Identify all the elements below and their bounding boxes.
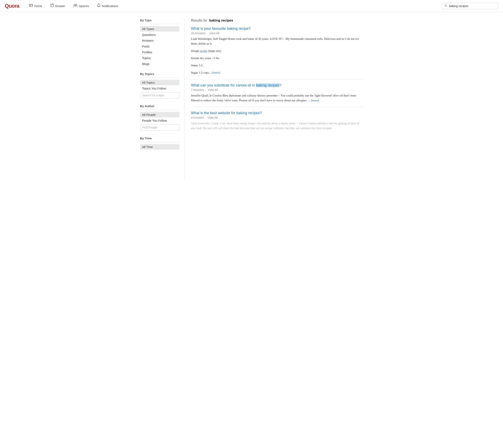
divider-2 bbox=[191, 107, 363, 107]
svg-point-5 bbox=[74, 4, 75, 6]
result-1-meta: 19 Answers · View All bbox=[191, 32, 363, 35]
result-1-more[interactable]: (more) bbox=[212, 71, 220, 74]
by-author-section: By Author All People People You Follow bbox=[140, 104, 180, 131]
recipe-link[interactable]: recipe bbox=[200, 49, 207, 52]
bell-icon bbox=[97, 3, 101, 8]
svg-point-8 bbox=[445, 4, 447, 6]
navbar: Quora Home Answer bbox=[0, 0, 503, 12]
result-2-answers: 7 Answers bbox=[191, 88, 204, 92]
sidebar-item-profiles[interactable]: Profiles bbox=[140, 49, 180, 55]
svg-line-9 bbox=[446, 6, 447, 7]
result-1-para-4: Water 5 C. bbox=[191, 63, 363, 68]
svg-rect-0 bbox=[29, 4, 33, 7]
main-content: Results for baking recipes What is your … bbox=[184, 18, 363, 179]
search-bar[interactable] bbox=[442, 3, 498, 9]
sidebar-item-answers[interactable]: Answers bbox=[140, 38, 180, 43]
result-1-body: Leah Weinberger, Self Taught Home cook a… bbox=[191, 36, 363, 75]
nav-home-label: Home bbox=[34, 4, 42, 8]
sidebar-item-questions[interactable]: Questions bbox=[140, 32, 180, 37]
result-2-more[interactable]: (more) bbox=[311, 99, 319, 102]
result-item-2: What can you substitute for canola oil i… bbox=[191, 83, 363, 103]
sidebar-item-all-time[interactable]: All Time bbox=[140, 144, 180, 150]
search-input[interactable] bbox=[449, 4, 496, 8]
home-icon bbox=[29, 4, 33, 8]
sidebar-item-posts[interactable]: Posts bbox=[140, 44, 180, 49]
sidebar-item-all-types[interactable]: All Types bbox=[140, 26, 180, 32]
by-topics-section: By Topics All Topics Topics You Follow bbox=[140, 72, 180, 99]
nav-spaces[interactable]: Spaces bbox=[72, 3, 91, 9]
by-type-section: By Type All Types Questions Answers Post… bbox=[140, 18, 180, 66]
sidebar-item-topics-you-follow[interactable]: Topics You Follow bbox=[140, 86, 180, 91]
by-topics-title: By Topics bbox=[140, 72, 180, 76]
result-2-meta: 7 Answers · View All bbox=[191, 88, 363, 92]
search-icon bbox=[444, 4, 447, 8]
sidebar: By Type All Types Questions Answers Post… bbox=[140, 18, 184, 179]
topic-search-input[interactable] bbox=[140, 92, 180, 98]
people-search-input[interactable] bbox=[140, 125, 180, 130]
result-3-meta: 3 Answers · View All bbox=[191, 116, 363, 119]
sidebar-item-blogs[interactable]: Blogs bbox=[140, 61, 180, 66]
result-1-title[interactable]: What is your favourite baking recipe? bbox=[191, 27, 251, 31]
result-1-answers: 19 Answers bbox=[191, 32, 205, 35]
sidebar-item-people-you-follow[interactable]: People You Follow bbox=[140, 118, 180, 123]
nav-notifications[interactable]: Notifications bbox=[95, 3, 120, 9]
by-author-title: By Author bbox=[140, 104, 180, 108]
sidebar-item-all-topics[interactable]: All Topics bbox=[140, 80, 180, 85]
results-label: Results for bbox=[191, 18, 207, 22]
result-1-para-5: Sugar 1.5 cups... (more) bbox=[191, 70, 363, 75]
result-3-title[interactable]: What is the best website for baking reci… bbox=[191, 111, 262, 115]
result-item-3: What is the best website for baking reci… bbox=[191, 111, 363, 130]
result-1-para-1: Leah Weinberger, Self Taught Home cook a… bbox=[191, 36, 363, 46]
result-2-title[interactable]: What can you substitute for canola oil i… bbox=[191, 83, 281, 87]
by-type-divider bbox=[140, 24, 180, 24]
by-type-title: By Type bbox=[140, 18, 180, 22]
nav-answer[interactable]: Answer bbox=[49, 3, 67, 9]
result-3-body: Tuck Emswiler, I cook, I eat, have been … bbox=[191, 121, 363, 130]
result-2-view-all[interactable]: View All bbox=[208, 88, 218, 92]
nav-spaces-label: Spaces bbox=[79, 4, 89, 8]
nav-notifications-label: Notifications bbox=[102, 4, 118, 8]
result-3-view-all[interactable]: View All bbox=[208, 116, 218, 119]
page-layout: By Type All Types Questions Answers Post… bbox=[137, 12, 366, 179]
svg-point-6 bbox=[75, 4, 77, 6]
by-time-title: By Time bbox=[140, 137, 180, 140]
result-2-body: Jennifer Quail, le Cordon Bleu diplomate… bbox=[191, 93, 363, 103]
by-author-divider bbox=[140, 110, 180, 110]
result-1-view-all[interactable]: View All bbox=[209, 32, 219, 35]
by-time-section: By Time All Time bbox=[140, 137, 180, 150]
nav-answer-label: Answer bbox=[55, 4, 65, 8]
divider-1 bbox=[191, 79, 363, 79]
sidebar-item-all-people[interactable]: All People bbox=[140, 112, 180, 117]
nav-home[interactable]: Home bbox=[27, 3, 44, 9]
logo[interactable]: Quora bbox=[5, 3, 19, 9]
result-1-para-3: Instant dry yeast - 5 tbs bbox=[191, 56, 363, 61]
answer-icon bbox=[50, 4, 54, 8]
by-time-divider bbox=[140, 142, 180, 142]
sidebar-item-topics[interactable]: Topics bbox=[140, 55, 180, 61]
result-3-answers: 3 Answers bbox=[191, 116, 204, 119]
spaces-icon bbox=[73, 4, 78, 8]
results-query: baking recipes bbox=[209, 18, 233, 22]
result-1-para-2: Dough recipe (large one) bbox=[191, 48, 363, 53]
result-item-1: What is your favourite baking recipe? 19… bbox=[191, 27, 363, 75]
results-header: Results for baking recipes bbox=[191, 18, 363, 22]
by-topics-divider bbox=[140, 78, 180, 78]
